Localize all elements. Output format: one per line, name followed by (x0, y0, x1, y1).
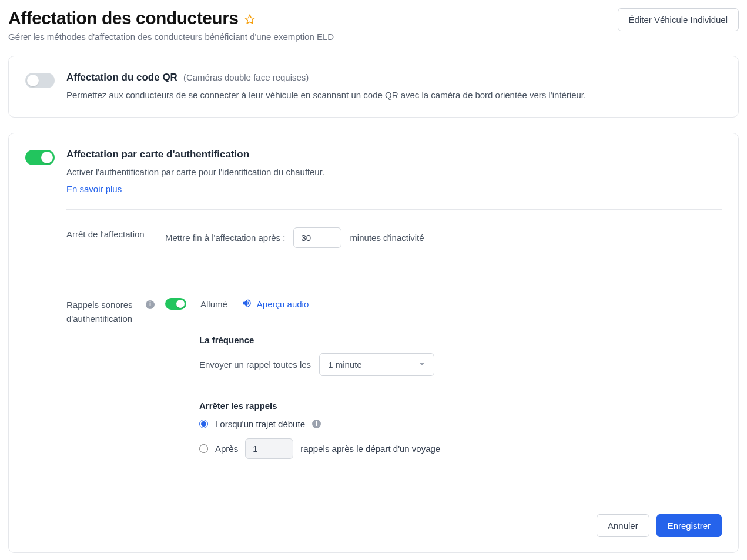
stop-reminders-option-trip-start[interactable]: Lorsqu'un trajet débute i (199, 419, 722, 429)
favorite-star-icon[interactable] (244, 14, 255, 26)
frequency-heading: La fréquence (199, 335, 722, 345)
sound-reminders-state: Allumé (200, 299, 227, 309)
id-card-assignment-card: Affectation par carte d'authentification… (8, 133, 739, 552)
page-header: Affectation des conducteurs Gérer les mé… (8, 8, 739, 42)
id-card-assignment-toggle[interactable] (25, 150, 55, 165)
learn-more-link[interactable]: En savoir plus (66, 184, 122, 194)
caret-down-icon (418, 360, 426, 370)
stop-suffix-text: minutes d'inactivité (350, 233, 424, 243)
cancel-button[interactable]: Annuler (597, 514, 649, 537)
sound-reminders-label: Rappels sonores d'authentification (66, 298, 142, 326)
stop-reminders-option-after-count[interactable]: Après rappels après le départ d'un voyag… (199, 438, 722, 459)
frequency-prefix: Envoyer un rappel toutes les (199, 360, 311, 370)
info-icon[interactable]: i (312, 420, 321, 428)
frequency-selected-value: 1 minute (328, 360, 362, 370)
qr-card-title: Affectation du code QR (66, 72, 177, 83)
edit-individual-vehicle-button[interactable]: Éditer Véhicule Individuel (618, 8, 739, 31)
id-card-title: Affectation par carte d'authentification (66, 149, 722, 160)
reminder-count-input (245, 438, 293, 459)
svg-marker-0 (245, 15, 254, 23)
audio-preview-label: Aperçu audio (257, 299, 309, 309)
sound-reminders-toggle[interactable] (165, 298, 186, 310)
save-button[interactable]: Enregistrer (656, 514, 722, 537)
radio-trip-start[interactable] (199, 420, 208, 428)
option-after-prefix: Après (215, 444, 238, 454)
assignment-stop-section: Arrêt de l'affectation Mettre fin à l'af… (66, 209, 722, 264)
frequency-select[interactable]: 1 minute (319, 353, 434, 376)
option-after-suffix: rappels après le départ d'un voyage (300, 444, 440, 454)
qr-card-hint: (Caméras double face requises) (183, 72, 309, 82)
option-trip-start-label: Lorsqu'un trajet débute (215, 419, 305, 429)
assignment-stop-label: Arrêt de l'affectation (66, 227, 145, 242)
qr-assignment-toggle[interactable] (25, 73, 55, 88)
sound-reminders-section: Rappels sonores d'authentification i All… (66, 280, 722, 485)
page-title: Affectation des conducteurs (8, 8, 239, 28)
card-footer: Annuler Enregistrer (66, 514, 722, 537)
stop-reminders-heading: Arrêter les rappels (199, 401, 722, 411)
audio-preview-button[interactable]: Aperçu audio (242, 298, 309, 310)
info-icon[interactable]: i (146, 300, 155, 309)
radio-after-count[interactable] (199, 444, 208, 453)
qr-card-description: Permettez aux conducteurs de se connecte… (66, 88, 722, 102)
page-subtitle: Gérer les méthodes d'affectation des con… (8, 32, 334, 42)
inactivity-minutes-input[interactable] (293, 227, 341, 248)
speaker-icon (242, 298, 252, 310)
stop-prefix-text: Mettre fin à l'affectation après : (165, 233, 285, 243)
id-card-description: Activer l'authentification par carte pou… (66, 165, 722, 179)
qr-assignment-card: Affectation du code QR (Caméras double f… (8, 56, 739, 118)
